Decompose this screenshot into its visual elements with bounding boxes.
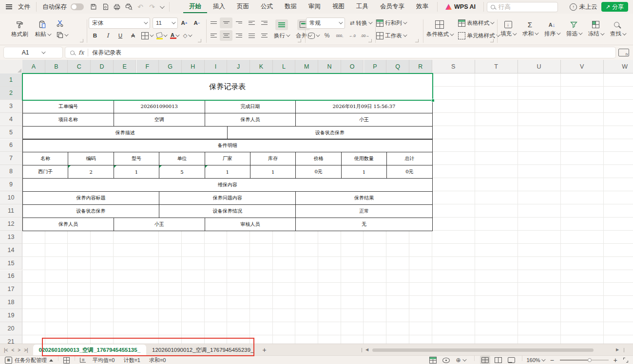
table-cell[interactable]: 空调: [114, 113, 205, 127]
row-header-10[interactable]: 10: [0, 191, 22, 204]
cloud-status[interactable]: ↑未上云: [570, 3, 597, 11]
zoom-out-icon[interactable]: −: [550, 356, 554, 364]
redo-icon[interactable]: ↷: [146, 2, 158, 12]
table-cell[interactable]: 厂家: [205, 152, 250, 165]
table-cell[interactable]: 保养记录表: [22, 73, 433, 100]
column-header-W[interactable]: W: [604, 60, 633, 73]
tab-formula[interactable]: 公式: [255, 1, 279, 13]
increase-decimal-button[interactable]: ←.0: [346, 30, 359, 41]
select-all-corner[interactable]: [0, 60, 23, 74]
decrease-font-button[interactable]: A−: [191, 18, 203, 28]
zoom-slider-knob[interactable]: [588, 358, 592, 362]
table-cell[interactable]: 项目名称: [22, 113, 114, 127]
print-icon[interactable]: [111, 2, 123, 12]
task-manager-label[interactable]: 任务分配管理: [15, 357, 47, 364]
row-header-14[interactable]: 14: [0, 244, 22, 257]
table-cell[interactable]: 编码: [68, 152, 114, 165]
move-tool-icon[interactable]: ⊕: [456, 357, 460, 364]
name-box[interactable]: A1: [4, 47, 62, 58]
cut-button[interactable]: [57, 18, 67, 29]
row-header-20[interactable]: 20: [0, 322, 22, 335]
table-cell[interactable]: 2026年01月09日 15:56:37: [295, 100, 432, 113]
format-painter-button[interactable]: 格式刷: [8, 16, 32, 43]
column-header-F[interactable]: F: [136, 60, 159, 73]
scroll-right-icon[interactable]: ▶: [616, 347, 619, 352]
formula-input[interactable]: fx 保养记录表: [65, 47, 615, 58]
selection-stats-icon[interactable]: ≡: [80, 358, 86, 363]
sum-button[interactable]: Σ 求和: [519, 16, 541, 43]
tab-efficiency[interactable]: 效率: [410, 1, 434, 13]
table-cell[interactable]: 保养人员: [22, 218, 114, 231]
row-header-21[interactable]: 21: [0, 335, 22, 344]
distribute-button[interactable]: [258, 30, 270, 41]
wrap-text-button[interactable]: 换行: [270, 16, 292, 43]
column-header-E[interactable]: E: [114, 60, 136, 73]
row-header-12[interactable]: 12: [0, 218, 22, 231]
zoom-slider[interactable]: [560, 360, 609, 361]
chevron-down-icon[interactable]: [463, 357, 467, 361]
table-cell[interactable]: 设备状态保养: [22, 204, 159, 218]
row-header-8[interactable]: 8: [0, 165, 22, 178]
column-header-K[interactable]: K: [250, 60, 273, 73]
scroll-left-icon[interactable]: ◀: [365, 347, 368, 352]
paste-button[interactable]: 粘贴: [32, 16, 54, 43]
font-size-select[interactable]: 11: [153, 18, 178, 29]
row-header-6[interactable]: 6: [0, 139, 22, 152]
fill-button[interactable]: ↓ 填充: [497, 16, 519, 43]
column-header-U[interactable]: U: [518, 60, 561, 73]
row-header-1[interactable]: 1: [0, 73, 22, 87]
filter-button[interactable]: 筛选: [563, 16, 585, 43]
chevron-down-icon[interactable]: [541, 357, 545, 361]
table-cell[interactable]: 总计: [386, 152, 432, 165]
row-header-9[interactable]: 9: [0, 178, 22, 191]
tab-tools[interactable]: 工具: [350, 1, 374, 13]
table-cell[interactable]: 小王: [114, 218, 205, 231]
sheet-tab-active[interactable]: 0202601090013_空调_1767945455135_: [33, 345, 146, 356]
horizontal-scrollbar[interactable]: [372, 348, 594, 352]
table-cell[interactable]: 2: [68, 165, 114, 179]
column-header-V[interactable]: V: [561, 60, 604, 73]
table-cell[interactable]: 0元: [295, 165, 341, 179]
undo-icon[interactable]: ↶: [134, 2, 146, 12]
tab-review[interactable]: 审阅: [303, 1, 326, 13]
column-header-S[interactable]: S: [432, 60, 475, 73]
align-right-button[interactable]: [232, 30, 245, 41]
copy-button[interactable]: [57, 29, 67, 41]
bold-button[interactable]: B: [89, 30, 101, 41]
find-button[interactable]: 查找: [607, 16, 629, 43]
column-header-N[interactable]: N: [318, 60, 341, 73]
share-button[interactable]: ↗分享: [601, 2, 628, 12]
row-header-15[interactable]: 15: [0, 257, 22, 270]
file-menu[interactable]: 文件: [15, 3, 33, 11]
align-middle-button[interactable]: [220, 18, 232, 28]
number-format-select[interactable]: 常规: [306, 18, 345, 29]
table-tools-icon[interactable]: [429, 357, 437, 364]
column-header-J[interactable]: J: [227, 60, 250, 73]
next-sheet-icon[interactable]: >: [18, 347, 20, 353]
tab-home[interactable]: 开始: [183, 1, 207, 13]
row-header-5[interactable]: 5: [0, 126, 22, 139]
row-header-3[interactable]: 3: [0, 100, 22, 113]
column-header-O[interactable]: O: [341, 60, 364, 73]
formula-search-icon[interactable]: [70, 51, 75, 55]
align-top-button[interactable]: [207, 18, 220, 28]
table-cell[interactable]: 保养内容标题: [22, 191, 159, 205]
row-header-11[interactable]: 11: [0, 204, 22, 218]
table-cell[interactable]: 审核人员: [205, 218, 296, 231]
view-page-break-button[interactable]: [508, 357, 515, 363]
column-header-B[interactable]: B: [45, 60, 68, 73]
zoom-level[interactable]: 160%: [526, 357, 540, 363]
column-header-H[interactable]: H: [182, 60, 205, 73]
column-header-R[interactable]: R: [409, 60, 432, 73]
row-header-4[interactable]: 4: [0, 113, 22, 126]
italic-button[interactable]: I: [101, 30, 114, 41]
font-color-button[interactable]: A: [168, 30, 181, 41]
table-cell[interactable]: 1: [250, 165, 296, 179]
print-preview-icon[interactable]: [123, 2, 134, 12]
table-cell[interactable]: 型号: [114, 152, 159, 165]
freeze-button[interactable]: 冻结: [585, 16, 607, 43]
table-cell[interactable]: 小王: [295, 113, 432, 127]
save-icon[interactable]: [88, 2, 99, 12]
row-header-17[interactable]: 17: [0, 283, 22, 296]
table-cell[interactable]: 1: [114, 165, 159, 179]
